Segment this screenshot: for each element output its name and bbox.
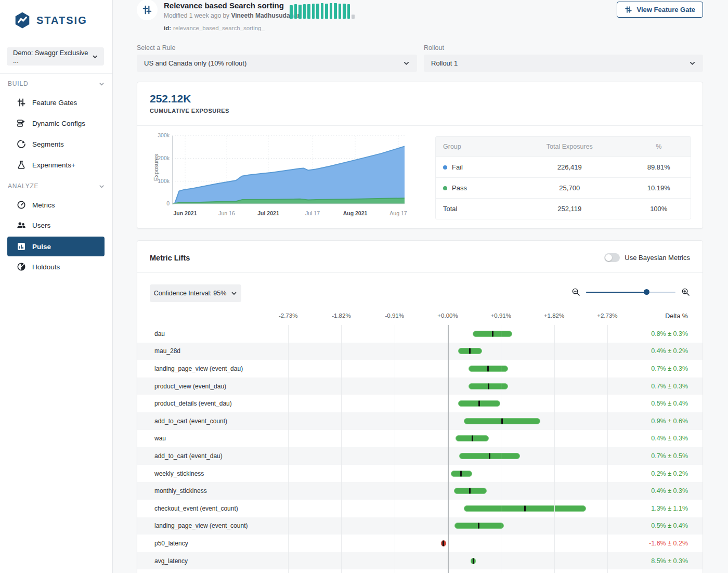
statsig-logo[interactable]: STATSIG [14, 11, 87, 29]
x-tick: Aug 17 [389, 210, 407, 216]
metric-row[interactable]: mau_28d0.4% ± 0.2% [137, 343, 703, 360]
col-header-group: Group [436, 143, 512, 150]
delta-value: 0.5% ± 0.4% [651, 400, 688, 407]
col-header-total: Total Exposures [512, 143, 627, 150]
metric-row[interactable]: add_to_cart (event_dau)0.7% ± 0.5% [137, 447, 703, 465]
zoom-out-icon[interactable] [571, 288, 580, 296]
sidebar-item-feature-gates[interactable]: Feature Gates [0, 93, 113, 112]
sidebar-item-holdouts[interactable]: Holdouts [0, 257, 113, 277]
mean-tick [473, 558, 474, 564]
metric-row[interactable]: monthly_stickiness0.4% ± 0.3% [137, 482, 703, 500]
metric-row[interactable]: dau0.8% ± 0.3% [137, 325, 703, 343]
metric-row[interactable]: landing_page_view (event_count)0.5% ± 0.… [137, 517, 703, 535]
metric-row[interactable]: wau0.4% ± 0.3% [137, 430, 703, 448]
lift-axis: Delta % -2.73%-1.82%-0.91%+0.00%+0.91%+1… [137, 312, 703, 325]
zoom-slider-knob[interactable] [644, 289, 649, 295]
spark-bar [325, 4, 328, 19]
total-exposures-value: 252.12K [150, 93, 191, 105]
sidebar-section-analyze[interactable]: ANALYZE [8, 183, 105, 190]
spark-bar [316, 4, 319, 19]
group-pct: 100% [627, 205, 691, 213]
table-row-total: Total 252,119 100% [436, 198, 691, 219]
sidebar-item-label: Pulse [32, 243, 51, 251]
metric-name: add_to_cart (event_dau) [154, 452, 223, 460]
chart-zoom-controls [571, 288, 690, 296]
metric-row[interactable]: product_view (event_dau)0.7% ± 0.3% [137, 377, 703, 395]
metric-row[interactable]: checkout_event (event_count)1.3% ± 1.1% [137, 500, 703, 517]
metric-name: landing_page_view (event_count) [154, 522, 248, 529]
metric-name: dau [154, 330, 165, 337]
metric-row[interactable]: add_to_cart (event_count)0.9% ± 0.6% [137, 412, 703, 430]
bayesian-toggle[interactable] [604, 253, 620, 262]
delta-column-header: Delta % [665, 312, 688, 320]
lift-axis-tick: +0.00% [437, 312, 458, 319]
feature-gates-icon [17, 98, 26, 107]
total-exposures-label: CUMULATIVE EXPOSURES [150, 108, 229, 114]
lift-axis-tick: -2.73% [279, 312, 297, 319]
x-tick: Aug 2021 [343, 210, 368, 216]
mean-tick [469, 488, 471, 494]
spark-bar [330, 3, 333, 19]
lift-axis-tick: -0.91% [385, 312, 404, 319]
x-tick: Jun 2021 [174, 210, 197, 216]
fail-legend-dot [443, 165, 447, 170]
mean-tick [478, 401, 480, 407]
spark-bar [347, 4, 350, 19]
mean-tick [488, 383, 489, 389]
metric-lifts-title: Metric Lifts [150, 254, 190, 262]
sidebar-section-build[interactable]: BUILD [8, 80, 105, 87]
metric-row[interactable]: avg_latency8.5% ± 0.3% [137, 552, 703, 570]
x-tick: Jul 2021 [257, 210, 279, 216]
zoom-in-icon[interactable] [681, 288, 690, 296]
dynamic-configs-icon [17, 119, 26, 128]
feature-gate-sliders-icon [142, 5, 152, 15]
group-name: Fail [452, 163, 463, 171]
metric-row[interactable]: product_details (event_dau)0.5% ± 0.4% [137, 395, 703, 412]
table-row-pass: Pass 25,700 10.19% [436, 177, 691, 198]
metric-row[interactable]: p50_latency-1.6% ± 0.2% [137, 535, 703, 552]
mean-tick [478, 523, 479, 529]
main-content: Relevance based Search sorting Modified … [113, 0, 728, 573]
sidebar: STATSIG Demo: Swaggr Exclusive ... BUILD… [0, 0, 113, 573]
view-feature-gate-button[interactable]: View Feature Gate [617, 2, 703, 18]
confidence-interval-dropdown[interactable]: Confidence Interval: 95% [150, 284, 241, 302]
segments-icon [17, 139, 26, 149]
toggle-knob [605, 254, 612, 261]
sidebar-item-users[interactable]: Users [0, 215, 113, 235]
metric-name: add_to_cart (event_count) [154, 418, 227, 425]
metric-rows: dau0.8% ± 0.3%mau_28d0.4% ± 0.2%landing_… [137, 325, 703, 573]
delta-value: -1.6% ± 0.2% [649, 540, 688, 547]
mean-tick [489, 453, 490, 459]
sidebar-item-experiments[interactable]: Experiments+ [0, 155, 113, 175]
delta-value: 0.5% ± 0.4% [651, 522, 688, 529]
project-selector[interactable]: Demo: Swaggr Exclusive ... [7, 47, 104, 66]
metric-row[interactable]: landing_page_view (event_dau)0.7% ± 0.3% [137, 360, 703, 377]
metric-name: landing_page_view (event_dau) [154, 365, 243, 372]
metric-name: checkout_event (event_count) [154, 505, 238, 512]
sidebar-item-pulse[interactable]: Pulse [7, 237, 105, 256]
sidebar-item-label: Experiments+ [32, 161, 75, 169]
col-header-pct: % [627, 143, 691, 150]
metric-name: wau [154, 435, 166, 442]
delta-value: 0.4% ± 0.2% [651, 347, 688, 355]
rule-dropdown[interactable]: US and Canada only (10% rollout) [137, 55, 417, 72]
delta-value: 0.7% ± 0.3% [651, 383, 688, 390]
delta-value: 0.8% ± 0.3% [651, 330, 688, 337]
lift-axis-tick: +0.91% [491, 312, 511, 319]
chevron-down-icon [99, 81, 105, 87]
exposures-table: Group Total Exposures % Fail 226,419 89.… [435, 136, 691, 219]
rollout-dropdown[interactable]: Rollout 1 [424, 55, 703, 72]
sidebar-item-metrics[interactable]: Metrics [0, 195, 113, 215]
sidebar-item-segments[interactable]: Segments [0, 134, 113, 154]
exposures-area-svg [172, 135, 405, 206]
group-total: 25,700 [512, 184, 627, 192]
sidebar-item-dynamic-configs[interactable]: Dynamic Configs [0, 113, 113, 133]
mean-tick [460, 471, 462, 476]
gate-id-value: relevance_based_search_sorting_ [173, 25, 265, 31]
section-label: BUILD [8, 80, 28, 87]
cumulative-exposures-card: 252.12K CUMULATIVE EXPOSURES Exposures 3… [137, 82, 703, 229]
gate-id-label: id: [164, 25, 171, 31]
zoom-slider[interactable] [586, 289, 675, 296]
metric-name: monthly_stickiness [154, 487, 207, 494]
metric-row[interactable]: weekly_stickiness0.2% ± 0.2% [137, 465, 703, 483]
